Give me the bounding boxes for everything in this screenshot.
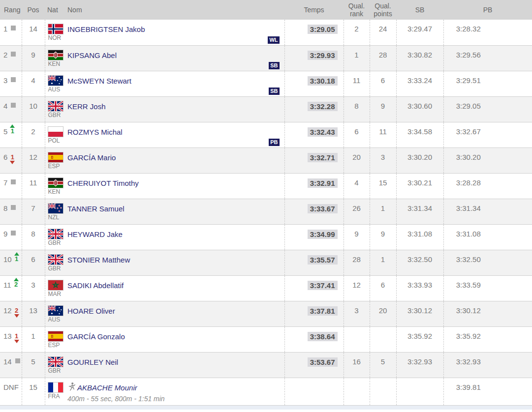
athlete-name[interactable]: GOURLEY Neil bbox=[67, 358, 118, 366]
rank-cell: 3 bbox=[0, 71, 22, 96]
athlete-name[interactable]: STONIER Matthew bbox=[67, 256, 130, 264]
personal-best-cell: 3:33.59 bbox=[443, 275, 532, 301]
rank-down-indicator: 1 bbox=[10, 154, 15, 164]
rank-change-amount: 2 bbox=[14, 281, 18, 288]
athlete-name[interactable]: HEYWARD Jake bbox=[67, 230, 123, 238]
personal-best-cell: 3:30.20 bbox=[443, 147, 532, 173]
rank-value: 1 bbox=[3, 25, 7, 33]
table-row[interactable]: 410GBRKERR Josh3:32.28893:30.603:29.05 bbox=[0, 96, 532, 122]
rank-cell: 1 bbox=[0, 20, 22, 45]
bib-position-cell: 7 bbox=[22, 199, 45, 224]
nationality-cell: MAR bbox=[45, 275, 64, 301]
qual-points-cell: 9 bbox=[370, 224, 396, 250]
rank-cell: 8 bbox=[0, 199, 22, 224]
table-row[interactable]: DNF15FRAAKBACHE Mounir400m - 55 sec, 800… bbox=[0, 378, 532, 405]
final-time: 3:53.67 bbox=[308, 357, 338, 367]
time-cell: 3:32.28 bbox=[284, 96, 344, 122]
no-change-icon bbox=[11, 205, 16, 210]
rank-value: 10 bbox=[3, 255, 12, 264]
table-header: Rang Pos Nat Nom Temps Qual. rank Qual. … bbox=[0, 0, 532, 20]
athlete-name[interactable]: GARCÍA Mario bbox=[67, 153, 116, 162]
personal-best-cell: 3:35.92 bbox=[443, 326, 532, 352]
country-flag-icon: AUS bbox=[48, 306, 63, 323]
personal-best-cell: 3:28.32 bbox=[443, 20, 532, 45]
rank-cell: DNF bbox=[0, 378, 22, 405]
table-row[interactable]: 512POLROZMYS MichalPB3:32.436113:34.583:… bbox=[0, 122, 532, 147]
qual-rank-cell: 9 bbox=[344, 224, 370, 250]
table-row[interactable]: 114NORINGEBRIGTSEN JakobWL3:29.052243:29… bbox=[0, 20, 532, 45]
personal-best-cell: 3:31.08 bbox=[443, 224, 532, 250]
name-cell: KIPSANG AbelSB bbox=[64, 45, 284, 71]
athlete-name[interactable]: TANNER Samuel bbox=[67, 205, 125, 213]
table-row[interactable]: 98GBRHEYWARD Jake3:34.99993:31.083:31.08 bbox=[0, 224, 532, 250]
country-flag-icon: NZL bbox=[48, 204, 63, 221]
athlete-name[interactable]: AKBACHE Mounir bbox=[77, 383, 137, 392]
athlete-name[interactable]: KIPSANG Abel bbox=[67, 51, 117, 59]
personal-best-cell: 3:29.05 bbox=[443, 96, 532, 122]
personal-best-cell: 3:29.56 bbox=[443, 45, 532, 71]
personal-best-cell: 3:30.12 bbox=[443, 301, 532, 326]
name-cell: GARCÍA Mario bbox=[64, 147, 284, 173]
col-header-rang: Rang bbox=[0, 0, 22, 20]
down-arrow-icon bbox=[14, 314, 19, 318]
table-row[interactable]: 29KENKIPSANG AbelSB3:29.931283:30.823:29… bbox=[0, 45, 532, 71]
athlete-name[interactable]: INGEBRIGTSEN Jakob bbox=[67, 25, 145, 33]
athlete-name[interactable]: McSWEYN Stewart bbox=[67, 77, 131, 85]
record-badge: SB bbox=[269, 88, 279, 95]
season-best-cell: 3:30.20 bbox=[396, 147, 443, 173]
time-cell: 3:37.41 bbox=[284, 275, 344, 301]
table-row[interactable]: 87NZLTANNER Samuel3:33.672613:31.343:31.… bbox=[0, 199, 532, 224]
country-code: POL bbox=[48, 137, 63, 144]
table-row[interactable]: 1016GBRSTONIER Matthew3:35.572813:32.503… bbox=[0, 250, 532, 275]
final-time: 3:34.99 bbox=[308, 230, 338, 239]
athlete-name[interactable]: SADIKI Abdellatif bbox=[67, 281, 124, 290]
nationality-cell: ESP bbox=[45, 326, 64, 352]
athlete-name[interactable]: HOARE Oliver bbox=[67, 307, 115, 315]
table-row[interactable]: 711KENCHERUIYOT Timothy3:32.914153:30.21… bbox=[0, 173, 532, 199]
country-code: KEN bbox=[48, 60, 63, 67]
col-header-qual-points: Qual. points bbox=[370, 0, 396, 20]
qual-points-cell: 24 bbox=[370, 20, 396, 45]
country-code: MAR bbox=[48, 291, 63, 297]
bib-position-cell: 1 bbox=[22, 326, 45, 352]
season-best-cell: 3:31.08 bbox=[396, 224, 443, 250]
name-cell: STONIER Matthew bbox=[64, 250, 284, 275]
final-time: 3:32.28 bbox=[308, 102, 338, 111]
qual-points-cell bbox=[370, 378, 396, 405]
athlete-name[interactable]: CHERUIYOT Timothy bbox=[67, 179, 139, 187]
no-change-icon bbox=[11, 26, 16, 30]
table-row[interactable]: 34AUSMcSWEYN StewartSB3:30.181163:33.243… bbox=[0, 71, 532, 96]
rank-value: 6 bbox=[3, 153, 7, 161]
rank-cell: 112 bbox=[0, 275, 22, 301]
nationality-cell: GBR bbox=[45, 352, 64, 378]
rank-value: 13 bbox=[3, 332, 12, 340]
table-row[interactable]: 145GBRGOURLEY Neil3:53.671653:32.933:32.… bbox=[0, 352, 532, 378]
time-cell: 3:32.91 bbox=[284, 173, 344, 199]
name-cell: HOARE Oliver bbox=[64, 301, 284, 326]
table-row[interactable]: 1123MARSADIKI Abdellatif3:37.411263:33.9… bbox=[0, 275, 532, 301]
table-row[interactable]: 1311ESPGARCÍA Gonzalo3:38.643:35.923:35.… bbox=[0, 326, 532, 352]
qual-rank-cell: 8 bbox=[344, 96, 370, 122]
bib-position-cell: 3 bbox=[22, 275, 45, 301]
time-cell: 3:53.67 bbox=[284, 352, 344, 378]
qual-points-cell: 5 bbox=[370, 352, 396, 378]
country-flag-icon: KEN bbox=[48, 50, 63, 67]
athlete-name[interactable]: GARCÍA Gonzalo bbox=[67, 332, 125, 341]
qual-points-cell: 3 bbox=[370, 147, 396, 173]
final-time: 3:37.41 bbox=[308, 281, 338, 290]
athlete-name[interactable]: KERR Josh bbox=[67, 102, 106, 111]
no-change-icon bbox=[11, 52, 16, 57]
qual-points-cell: 20 bbox=[370, 301, 396, 326]
nationality-cell: AUS bbox=[45, 71, 64, 96]
table-row[interactable]: 12213AUSHOARE Oliver3:37.813203:30.123:3… bbox=[0, 301, 532, 326]
country-flag-icon: AUS bbox=[48, 76, 63, 93]
results-table: Rang Pos Nat Nom Temps Qual. rank Qual. … bbox=[0, 0, 532, 406]
name-cell: AKBACHE Mounir400m - 55 sec, 800m - 1:51… bbox=[64, 378, 284, 405]
table-row[interactable]: 6112ESPGARCÍA Mario3:32.712033:30.203:30… bbox=[0, 147, 532, 173]
final-time: 3:32.71 bbox=[308, 153, 338, 162]
name-cell: KERR Josh bbox=[64, 96, 284, 122]
time-cell: 3:29.05 bbox=[284, 20, 344, 45]
athlete-name[interactable]: ROZMYS Michal bbox=[67, 128, 123, 136]
nationality-cell: NOR bbox=[45, 20, 64, 45]
col-header-temps: Temps bbox=[284, 0, 344, 20]
